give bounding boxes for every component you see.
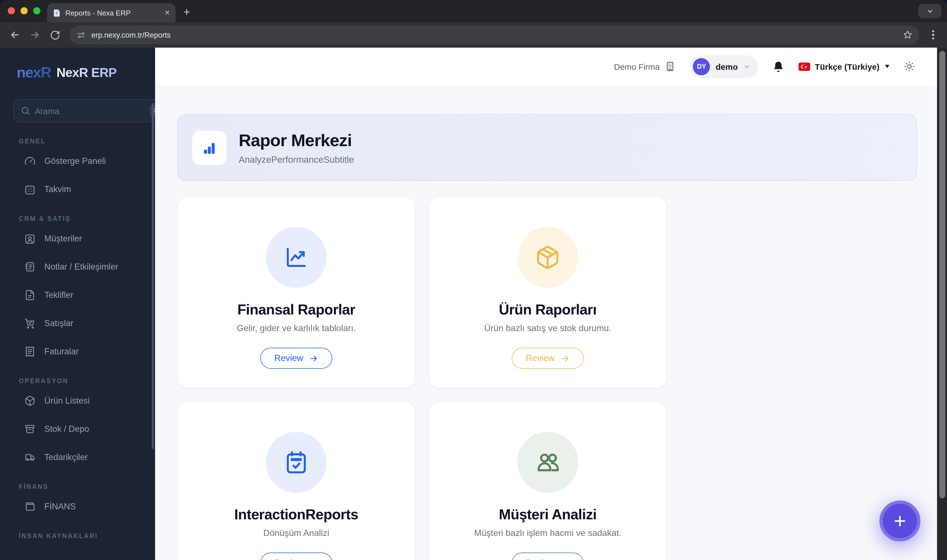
card-subtitle: Müşteri bazlı işlem hacmi ve sadakat. xyxy=(474,528,621,538)
sidebar-item-gosterge-paneli[interactable]: Gösterge Paneli xyxy=(0,147,155,175)
browser-tab[interactable]: Reports - Nexa ERP ✕ xyxy=(47,3,176,22)
sidebar-nav: GENEL Gösterge Paneli Takvim CRM & SATIŞ… xyxy=(0,122,155,560)
card-title: InteractionReports xyxy=(234,506,358,523)
search-input[interactable] xyxy=(35,106,145,115)
sidebar-item-faturalar[interactable]: Faturalar xyxy=(0,337,155,365)
sidebar-item-tedarikciler[interactable]: Tedarikçiler xyxy=(0,443,155,471)
forward-button[interactable] xyxy=(26,26,43,43)
window-controls xyxy=(8,7,40,14)
zoom-window-button[interactable] xyxy=(33,7,40,14)
language-label: Türkçe (Türkiye) xyxy=(815,62,879,71)
user-name: demo xyxy=(716,62,738,71)
theme-sun-icon[interactable] xyxy=(904,61,915,72)
sidebar-item-finans[interactable]: FİNANS xyxy=(0,492,155,520)
sidebar-section-operasyon: OPERASYON xyxy=(19,378,155,384)
top-header: Demo Firma DY demo Türkçe (Türkiye) xyxy=(155,48,937,85)
package-icon xyxy=(25,395,35,406)
logo-title: NexR ERP xyxy=(57,65,117,80)
browser-menu-icon[interactable] xyxy=(926,26,940,43)
trending-up-icon xyxy=(266,227,327,288)
notes-icon xyxy=(25,261,35,272)
notifications-bell-icon[interactable] xyxy=(773,61,784,72)
sidebar-section-crm-satis: CRM & SATIŞ xyxy=(19,215,155,222)
content-area: Rapor Merkezi AnalyzePerformanceSubtitle… xyxy=(155,85,937,560)
bar-chart-icon xyxy=(192,131,226,165)
cart-icon xyxy=(25,317,35,329)
card-interaction-reports: InteractionReports Dönüşüm Analizi Revie… xyxy=(177,402,415,560)
document-icon xyxy=(25,289,35,300)
logo-mark: nexR xyxy=(17,64,51,82)
review-button-urun[interactable]: Review xyxy=(512,348,584,369)
tab-strip: Reports - Nexa ERP ✕ + xyxy=(0,0,947,22)
arrow-right-icon xyxy=(560,558,570,560)
tab-search-button[interactable] xyxy=(918,4,941,18)
card-musteri-analizi: Müşteri Analizi Müşteri bazlı işlem hacm… xyxy=(429,402,667,560)
new-tab-button[interactable]: + xyxy=(183,6,190,19)
card-subtitle: Ürün bazlı satış ve stok durumu. xyxy=(484,323,611,333)
language-selector[interactable]: Türkçe (Türkiye) xyxy=(799,62,889,71)
app-viewport: nexR NexR ERP ⌘K GENEL Gösterge Paneli xyxy=(0,48,947,560)
user-menu[interactable]: DY demo xyxy=(690,55,758,78)
tab-close-icon[interactable]: ✕ xyxy=(165,9,170,17)
contact-card-icon xyxy=(25,233,35,244)
review-button-finansal[interactable]: Review xyxy=(260,348,332,369)
tab-favicon-icon xyxy=(52,9,61,17)
wallet-icon xyxy=(25,501,35,512)
url-text[interactable]: erp.nexy.com.tr/Reports xyxy=(91,31,897,39)
users-icon xyxy=(517,432,578,493)
chevron-down-icon xyxy=(926,8,933,15)
truck-icon xyxy=(25,451,35,463)
back-button[interactable] xyxy=(7,26,23,43)
sidebar-item-satislar[interactable]: Satışlar xyxy=(0,309,155,337)
minimize-window-button[interactable] xyxy=(20,7,28,14)
package-icon xyxy=(517,227,578,288)
sidebar-section-genel: GENEL xyxy=(19,138,155,145)
arrow-right-icon xyxy=(560,354,570,363)
close-window-button[interactable] xyxy=(8,7,15,14)
card-finansal-raporlar: Finansal Raporlar Gelir, gider ve karlıl… xyxy=(177,197,415,388)
page-title: Rapor Merkezi xyxy=(239,131,354,150)
sidebar-item-teklifler[interactable]: Teklifler xyxy=(0,281,155,309)
report-cards-grid: Finansal Raporlar Gelir, gider ve karlıl… xyxy=(177,197,917,560)
calendar-icon xyxy=(25,183,35,195)
sidebar-item-notlar-etkilesimler[interactable]: Notlar / Etkileşimler xyxy=(0,252,155,281)
bookmark-star-icon[interactable] xyxy=(903,30,913,40)
sidebar: nexR NexR ERP ⌘K GENEL Gösterge Paneli xyxy=(0,48,155,560)
card-title: Müşteri Analizi xyxy=(499,506,596,523)
reload-button[interactable] xyxy=(46,26,63,43)
browser-toolbar: erp.nexy.com.tr/Reports xyxy=(0,22,947,48)
app-logo[interactable]: nexR NexR ERP xyxy=(0,48,155,82)
page-scrollbar-thumb[interactable] xyxy=(939,51,945,498)
page-subtitle: AnalyzePerformanceSubtitle xyxy=(239,154,354,165)
receipt-icon xyxy=(25,346,35,357)
card-title: Finansal Raporlar xyxy=(237,301,355,318)
add-fab-button[interactable]: + xyxy=(879,500,921,542)
archive-box-icon xyxy=(25,423,35,434)
sidebar-item-urun-listesi[interactable]: Ürün Listesi xyxy=(0,386,155,415)
address-bar[interactable]: erp.nexy.com.tr/Reports xyxy=(70,25,919,44)
sidebar-item-takvim[interactable]: Takvim xyxy=(0,175,155,203)
sidebar-item-musteriler[interactable]: Müşteriler xyxy=(0,224,155,252)
avatar: DY xyxy=(693,58,710,75)
review-button-interaction[interactable]: Review xyxy=(260,552,332,560)
browser-window: Reports - Nexa ERP ✕ + erp.nexy.com.tr/R… xyxy=(0,0,947,560)
arrow-right-icon xyxy=(309,558,318,560)
review-button-musteri[interactable]: Review xyxy=(512,552,584,560)
company-switcher[interactable]: Demo Firma xyxy=(614,61,676,72)
card-urun-raporlari: Ürün Raporları Ürün bazlı satış ve stok … xyxy=(429,197,667,388)
page-scrollbar[interactable] xyxy=(937,48,947,560)
report-center-banner: Rapor Merkezi AnalyzePerformanceSubtitle xyxy=(177,114,917,181)
sidebar-search[interactable]: ⌘K xyxy=(13,99,155,122)
calendar-check-icon xyxy=(266,432,327,493)
sidebar-scrollbar[interactable] xyxy=(152,103,154,449)
site-info-icon[interactable] xyxy=(76,30,86,40)
card-subtitle: Gelir, gider ve karlılık tabloları. xyxy=(237,323,356,333)
card-subtitle: Dönüşüm Analizi xyxy=(263,528,329,538)
search-icon xyxy=(20,106,31,116)
arrow-right-icon xyxy=(309,354,318,363)
company-name: Demo Firma xyxy=(614,62,660,71)
sidebar-item-stok-depo[interactable]: Stok / Depo xyxy=(0,415,155,443)
turkish-flag-icon xyxy=(799,62,810,71)
building-icon xyxy=(665,61,676,72)
gauge-icon xyxy=(25,155,35,166)
